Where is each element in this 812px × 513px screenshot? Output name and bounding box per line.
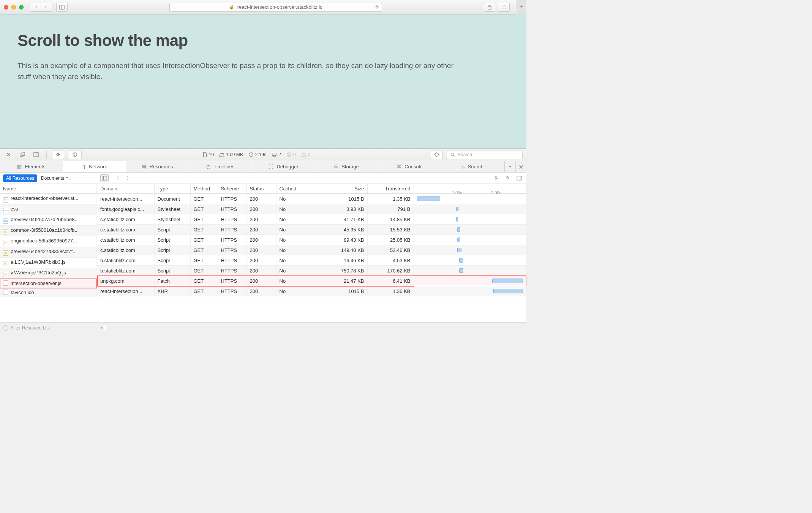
table-row[interactable]: c.staticblitz.comScriptGETHTTPS200No45.3…: [97, 225, 526, 235]
download-pill[interactable]: [68, 150, 82, 159]
svg-rect-16: [102, 176, 107, 180]
table-row[interactable]: react-intersection...DocumentGETHTTPS200…: [97, 194, 526, 204]
panel-right-icon: [517, 176, 522, 181]
table-row[interactable]: unpkg.comFetchGETHTTPS200No21.47 KB6.41 …: [97, 276, 526, 286]
col-scheme-header[interactable]: Scheme: [218, 184, 246, 194]
network-filter-bar: All Resources Documents ⌃⌄ 〈 〉 ⎘ ✎: [0, 173, 526, 184]
table-row[interactable]: fonts.googleapis.c...StylesheetGETHTTPS2…: [97, 204, 526, 214]
devtools-bottom-bar: Filter Resource List ›: [0, 322, 526, 333]
close-devtools-button[interactable]: ✕: [4, 150, 14, 159]
tab-search[interactable]: ⌕Search: [441, 161, 504, 172]
file-js-icon: js: [3, 229, 8, 234]
tab-debugger[interactable]: ⛶Debugger: [252, 161, 315, 172]
storage-tab-icon: ⛁: [334, 164, 338, 169]
tab-console[interactable]: ⌘Console: [378, 161, 441, 172]
element-picker-button[interactable]: [431, 150, 443, 159]
filter-all-resources[interactable]: All Resources: [3, 174, 37, 182]
search-tab-icon: ⌕: [462, 164, 465, 169]
forward-button[interactable]: 〉: [41, 3, 52, 12]
page-description: This is an example of a component that u…: [17, 60, 466, 82]
history-back-button[interactable]: 〈: [112, 174, 121, 182]
address-bar[interactable]: 🔒 react-intersection-observer.stackblitz…: [169, 3, 382, 12]
download-icon: [72, 152, 77, 157]
warning-icon: [301, 152, 306, 157]
history-forward-button[interactable]: 〉: [125, 174, 133, 182]
col-status-header[interactable]: Status: [246, 184, 276, 194]
panel-icon: [102, 176, 107, 181]
tab-timelines[interactable]: ◷Timelines: [189, 161, 252, 172]
table-row[interactable]: jsa.LCVj1a1W3MRbkib3.js: [0, 258, 97, 268]
har-import-button[interactable]: ⎘: [492, 174, 501, 182]
console-tab-icon: ⌘: [397, 164, 401, 169]
devtools-toolbar: ✕ ⟳ 10 1.09 MB 2.19s 2 0 0 Search: [0, 148, 526, 161]
table-row[interactable]: <>react-intersection-observer.st...: [0, 194, 97, 204]
stat-size: 1.09 MB: [226, 152, 243, 157]
network-tab-icon: ⇅: [82, 164, 86, 169]
crosshair-icon: [434, 152, 439, 157]
url-text: react-intersection-observer.stackblitz.i…: [237, 4, 323, 10]
log-icon: [272, 152, 277, 157]
table-row[interactable]: jspreview-64be427d3358ccf7f...: [0, 247, 97, 258]
resources-tab-icon: ▤: [142, 164, 146, 169]
close-window-button[interactable]: [4, 5, 8, 10]
table-row[interactable]: c.staticblitz.comScriptGETHTTPS200No149.…: [97, 245, 526, 255]
minimize-window-button[interactable]: [11, 5, 16, 10]
clock-icon: [248, 152, 254, 157]
tab-resources[interactable]: ▤Resources: [126, 161, 189, 172]
file-js-icon: js: [3, 250, 8, 256]
table-row[interactable]: c.staticblitz.comScriptGETHTTPS200No89.4…: [97, 235, 526, 245]
filter-documents-dropdown[interactable]: Documents ⌃⌄: [41, 176, 71, 181]
col-name-header[interactable]: Name: [0, 184, 97, 194]
dock-side-button[interactable]: [17, 150, 27, 159]
split-icon: [33, 152, 39, 157]
table-row[interactable]: intersection-observer.js: [0, 279, 97, 288]
tabs-button[interactable]: [498, 3, 510, 12]
devtools-settings-button[interactable]: [515, 161, 526, 172]
table-row[interactable]: react-intersection...XHRGETHTTPS200No101…: [97, 286, 526, 296]
window-controls: [4, 5, 24, 10]
table-row[interactable]: jsv.WZxEmjsP3C1tu2uQ.js: [0, 268, 97, 279]
page-content: Scroll to show the map This is an exampl…: [0, 14, 526, 148]
col-type-header[interactable]: Type: [154, 184, 190, 194]
table-row[interactable]: b.staticblitz.comScriptGETHTTPS200No16.4…: [97, 255, 526, 266]
file-js-icon: js: [3, 272, 8, 277]
maximize-window-button[interactable]: [19, 5, 24, 10]
filter-resource-input[interactable]: Filter Resource List: [0, 323, 97, 333]
toggle-name-panel-button[interactable]: [100, 174, 109, 182]
dock-icon: [20, 152, 25, 157]
table-row[interactable]: c.staticblitz.comStylesheetGETHTTPS200No…: [97, 214, 526, 225]
edit-columns-button[interactable]: ✎: [504, 174, 512, 182]
table-row[interactable]: jsengineblock-58fa369350977...: [0, 236, 97, 247]
table-row[interactable]: b.staticblitz.comScriptGETHTTPS200No750.…: [97, 266, 526, 276]
back-button[interactable]: 〈: [30, 3, 41, 12]
col-method-header[interactable]: Method: [190, 184, 218, 194]
col-cached-header[interactable]: Cached: [276, 184, 321, 194]
network-grid: Name <>react-intersection-observer.st...…: [0, 184, 526, 322]
share-button[interactable]: [484, 3, 495, 12]
file-html-icon: <>: [3, 197, 8, 203]
sidebar-toggle-button[interactable]: [56, 3, 68, 12]
devtools-search[interactable]: Search: [447, 150, 523, 159]
table-row[interactable]: csscss: [0, 204, 97, 215]
svg-rect-10: [272, 153, 276, 156]
network-data-columns: Domain Type Method Scheme Status Cached …: [97, 184, 526, 296]
col-size-header[interactable]: Size: [321, 184, 367, 194]
reload-icon[interactable]: ⟳: [374, 4, 379, 10]
col-domain-header[interactable]: Domain: [97, 184, 154, 194]
col-waterfall-header[interactable]: 1.00s 2.00s: [414, 184, 526, 194]
console-prompt[interactable]: ›: [97, 323, 526, 333]
svg-rect-18: [517, 176, 521, 180]
tab-network[interactable]: ⇅Network: [63, 161, 126, 172]
tab-elements[interactable]: ▥Elements: [0, 161, 63, 172]
col-transferred-header[interactable]: Transferred: [367, 184, 414, 194]
new-devtools-tab-button[interactable]: +: [504, 161, 515, 172]
new-tab-button[interactable]: +: [516, 0, 526, 14]
tab-storage[interactable]: ⛁Storage: [315, 161, 378, 172]
table-row[interactable]: csspreview-04f2507a7d26b5be8...: [0, 215, 97, 226]
dock-split-button[interactable]: [31, 150, 41, 159]
reload-pill[interactable]: ⟳: [52, 150, 64, 159]
table-row[interactable]: favicon.ico: [0, 288, 97, 297]
toggle-details-panel-button[interactable]: [515, 174, 523, 182]
error-icon: [286, 152, 292, 157]
table-row[interactable]: jscommon-3f550010ac1b04cfb...: [0, 226, 97, 236]
